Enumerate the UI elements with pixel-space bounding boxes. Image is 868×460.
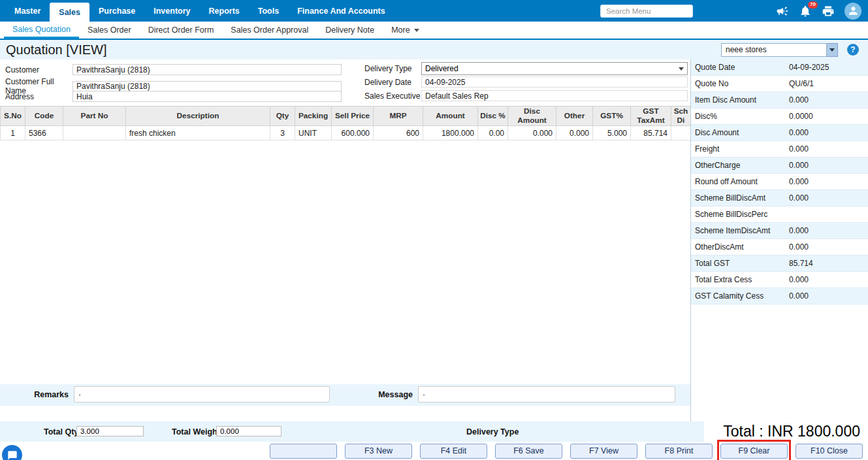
summary-row-scheme-itemdiscamt: Scheme ItemDiscAmt 0.000 [691,223,868,239]
cell-disc-pct: 0.00 [478,126,508,140]
tab-sales-quotation[interactable]: Sales Quotation [4,22,79,39]
summary-label: Quote Date [691,63,789,72]
total-qty-label: Total Qty [44,427,78,436]
blank-button[interactable] [270,444,337,459]
summary-value: 0.000 [789,291,868,301]
cell-code: 5366 [25,126,63,140]
title-bar: Quotation [VIEW] neee stores ? [0,40,868,59]
tab-more[interactable]: More [383,22,427,39]
f7-view-button[interactable]: F7 View [570,444,637,459]
summary-label: Freight [691,144,789,154]
col-mrp: MRP [374,107,423,126]
summary-value: 0.000 [789,242,868,252]
nav-reports[interactable]: Reports [200,0,249,22]
announcement-icon[interactable] [776,5,789,18]
delivery-date-row: Delivery Date [364,76,688,88]
summary-value: 0.000 [789,177,868,186]
top-navigation: Master Sales Purchase Inventory Reports … [0,0,868,22]
cell-sell-price: 600.000 [332,126,374,140]
printer-icon[interactable] [822,5,835,18]
avatar[interactable] [844,3,861,20]
search-input[interactable] [600,5,693,18]
col-packing: Packing [295,107,332,126]
nav-master[interactable]: Master [5,0,50,22]
f4-edit-button[interactable]: F4 Edit [420,444,487,459]
summary-label: Scheme BillDiscPerc [691,210,789,219]
store-selector[interactable]: neee stores [721,43,838,57]
nav-sales[interactable]: Sales [50,3,89,22]
summary-label: OtherCharge [691,161,789,170]
cell-sno: 1 [1,126,25,140]
summary-label: Scheme ItemDiscAmt [691,226,789,235]
nav-tools[interactable]: Tools [249,0,288,22]
cell-gst-pct: 5.000 [593,126,631,140]
chevron-down-icon [679,67,684,71]
delivery-date-label: Delivery Date [364,78,421,87]
remarks-input[interactable] [74,386,330,402]
totals-left-section: Total Qty Total Weight Delivery Type [0,421,704,442]
page-title: Quotation [VIEW] [0,42,107,58]
quote-summary-panel: Quote Date 04-09-2025 Quote No QU/6/1 It… [690,59,868,442]
totals-bar: Total Qty Total Weight Delivery Type Tot… [0,421,868,442]
summary-label: Item Disc Amount [691,95,789,105]
bell-icon[interactable]: 70 [799,5,812,18]
f6-save-button[interactable]: F6 Save [495,444,562,459]
f10-close-button[interactable]: F10 Close [796,444,863,459]
sales-executive-label: Sales Executive [364,91,421,101]
summary-row-total-extra-cess: Total Extra Cess 0.000 [691,272,868,288]
total-qty-field[interactable] [76,426,144,436]
customer-full-name-field[interactable] [72,81,342,92]
topnav-right: 70 [600,3,868,20]
tab-sales-order[interactable]: Sales Order [79,22,140,39]
summary-row-item-disc-amount: Item Disc Amount 0.000 [691,92,868,108]
summary-value: 85.714 [789,259,868,268]
summary-value: 0.000 [789,193,868,203]
chevron-down-icon [829,48,835,52]
col-sno: S.No [1,107,25,126]
address-field[interactable] [72,91,342,102]
address-row: Address [5,91,342,102]
total-weight-field[interactable] [216,426,281,436]
action-bar: F3 New F4 Edit F6 Save F7 View F8 Print … [0,442,868,460]
nav-inventory[interactable]: Inventory [144,0,199,22]
customer-field[interactable] [72,64,342,75]
title-bar-right: neee stores ? [721,43,868,57]
help-icon[interactable]: ? [847,44,859,56]
summary-row-round-off: Round off Amount 0.000 [691,174,868,190]
summary-label: Round off Amount [691,177,789,186]
tab-sales-order-approval[interactable]: Sales Order Approval [222,22,317,39]
address-label: Address [5,92,72,101]
f8-print-button[interactable]: F8 Print [645,444,713,459]
tab-direct-order-form[interactable]: Direct Order Form [140,22,223,39]
summary-row-gst-calamity-cess: GST Calamity Cess 0.000 [691,288,868,304]
delivery-date-field[interactable] [421,76,688,88]
nav-finance-and-accounts[interactable]: Finance And Accounts [288,0,394,22]
app-root: Master Sales Purchase Inventory Reports … [0,0,868,460]
summary-row-quote-date: Quote Date 04-09-2025 [691,59,868,76]
chat-widget-icon[interactable] [2,445,22,460]
store-selector-dropdown-button[interactable] [827,43,838,57]
cell-gst-taxamt: 85.714 [631,126,671,140]
col-disc-amount: Disc Amount [508,107,556,126]
table-row: 1 5366 fresh chicken 3 UNIT 600.000 600 … [1,126,691,140]
delivery-type-select[interactable]: Delivered [421,62,688,75]
items-table-header-row: S.No Code Part No Description Qty Packin… [1,107,691,126]
summary-value: 0.000 [789,226,868,235]
tab-delivery-note[interactable]: Delivery Note [317,22,383,39]
total-weight-label: Total Weight [172,427,220,436]
summary-value: 0.000 [789,275,868,284]
f3-new-button[interactable]: F3 New [345,444,412,459]
nav-purchase[interactable]: Purchase [89,0,144,22]
col-disc-pct: Disc % [478,107,508,126]
message-label: Message [344,390,413,399]
cell-packing: UNIT [295,126,332,140]
summary-label: GST Calamity Cess [691,291,789,301]
cell-amount: 1800.000 [423,126,478,140]
sales-executive-field[interactable] [421,90,688,101]
message-input[interactable] [418,386,675,402]
f9-clear-button[interactable]: F9 Clear [720,444,788,459]
summary-label: Total Extra Cess [691,275,789,284]
customer-label: Customer [5,65,72,74]
delivery-type-footer-label: Delivery Type [466,427,519,436]
cell-disc-amount: 0.000 [508,126,556,140]
